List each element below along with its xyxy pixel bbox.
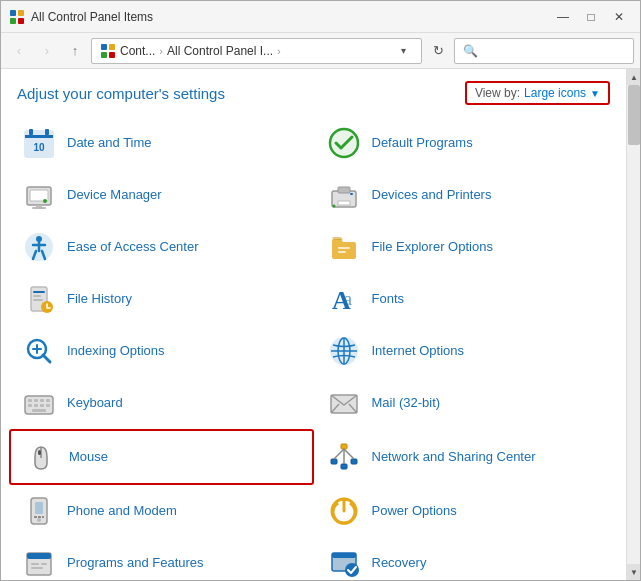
control-item-recovery[interactable]: Recovery <box>314 537 619 580</box>
control-item-programs-features[interactable]: Programs and Features <box>9 537 314 580</box>
scroll-down-button[interactable]: ▼ <box>627 564 640 580</box>
phone-modem-icon <box>21 493 57 529</box>
svg-line-62 <box>334 449 344 459</box>
svg-rect-10 <box>45 129 49 135</box>
svg-rect-9 <box>29 129 33 135</box>
ease-of-access-label: Ease of Access Center <box>67 239 199 256</box>
default-programs-label: Default Programs <box>372 135 473 152</box>
mail-label: Mail (32-bit) <box>372 395 441 412</box>
control-item-devices-printers[interactable]: Devices and Printers <box>314 169 619 221</box>
content-area: Adjust your computer's settings View by:… <box>1 69 640 580</box>
keyboard-label: Keyboard <box>67 395 123 412</box>
network-icon <box>326 439 362 475</box>
control-item-phone-modem[interactable]: Phone and Modem <box>9 485 314 537</box>
svg-rect-4 <box>101 44 107 50</box>
file-history-label: File History <box>67 291 132 308</box>
file-explorer-label: File Explorer Options <box>372 239 493 256</box>
svg-rect-18 <box>32 207 46 209</box>
control-item-default-programs[interactable]: Default Programs <box>314 117 619 169</box>
control-item-file-history[interactable]: File History <box>9 273 314 325</box>
control-item-file-explorer[interactable]: File Explorer Options <box>314 221 619 273</box>
svg-rect-51 <box>40 404 44 407</box>
control-item-indexing[interactable]: Indexing Options <box>9 325 314 377</box>
control-item-mail[interactable]: Mail (32-bit) <box>314 377 619 429</box>
svg-rect-49 <box>28 404 32 407</box>
fonts-label: Fonts <box>372 291 405 308</box>
svg-rect-64 <box>341 464 347 469</box>
back-button[interactable]: ‹ <box>7 39 31 63</box>
recovery-label: Recovery <box>372 555 427 572</box>
control-item-date-time[interactable]: 10 Date and Time <box>9 117 314 169</box>
address-bar: ‹ › ↑ Cont... › All Control Panel I... ›… <box>1 33 640 69</box>
svg-line-63 <box>344 449 354 459</box>
power-label: Power Options <box>372 503 457 520</box>
search-box[interactable]: 🔍 <box>454 38 634 64</box>
svg-rect-11 <box>25 135 53 138</box>
close-button[interactable]: ✕ <box>606 6 632 28</box>
svg-rect-30 <box>33 291 45 293</box>
date-time-label: Date and Time <box>67 135 152 152</box>
scroll-up-button[interactable]: ▲ <box>627 69 640 85</box>
svg-rect-53 <box>32 409 46 412</box>
programs-features-icon <box>21 545 57 580</box>
svg-rect-45 <box>28 399 32 402</box>
window-icon <box>9 9 25 25</box>
control-item-fonts[interactable]: A a Fonts <box>314 273 619 325</box>
svg-rect-52 <box>46 404 50 407</box>
svg-rect-31 <box>33 295 41 297</box>
svg-rect-75 <box>27 553 51 559</box>
svg-rect-48 <box>46 399 50 402</box>
svg-rect-32 <box>33 299 43 301</box>
page-title: Adjust your computer's settings <box>17 85 225 102</box>
svg-rect-22 <box>338 201 350 205</box>
up-button[interactable]: ↑ <box>63 39 87 63</box>
device-manager-icon <box>21 177 57 213</box>
address-box[interactable]: Cont... › All Control Panel I... › ▾ <box>91 38 422 64</box>
refresh-button[interactable]: ↻ <box>426 39 450 63</box>
minimize-button[interactable]: — <box>550 6 576 28</box>
mouse-icon <box>23 439 59 475</box>
forward-button[interactable]: › <box>35 39 59 63</box>
svg-rect-5 <box>109 44 115 50</box>
control-item-device-manager[interactable]: Device Manager <box>9 169 314 221</box>
maximize-button[interactable]: □ <box>578 6 604 28</box>
svg-rect-60 <box>331 459 337 464</box>
svg-rect-6 <box>101 52 107 58</box>
svg-rect-69 <box>34 516 37 518</box>
svg-rect-71 <box>42 516 44 518</box>
svg-rect-77 <box>31 567 43 569</box>
control-item-network[interactable]: Network and Sharing Center <box>314 429 619 485</box>
svg-rect-28 <box>338 251 346 253</box>
ease-of-access-icon <box>21 229 57 265</box>
scrollbar[interactable]: ▲ ▼ <box>626 69 640 580</box>
control-item-ease-of-access[interactable]: Ease of Access Center <box>9 221 314 273</box>
scroll-track[interactable] <box>627 85 640 564</box>
indexing-label: Indexing Options <box>67 343 165 360</box>
svg-point-24 <box>332 205 335 208</box>
svg-rect-7 <box>109 52 115 58</box>
svg-rect-78 <box>41 563 47 565</box>
svg-rect-2 <box>10 18 16 24</box>
view-by-container[interactable]: View by: Large icons ▼ <box>465 81 610 105</box>
view-by-label: View by: <box>475 86 520 100</box>
svg-point-19 <box>43 199 47 203</box>
breadcrumb-sep2: › <box>277 45 281 57</box>
breadcrumb-part2: All Control Panel I... <box>167 44 273 58</box>
control-item-internet-options[interactable]: Internet Options <box>314 325 619 377</box>
network-label: Network and Sharing Center <box>372 449 536 466</box>
svg-rect-61 <box>351 459 357 464</box>
svg-rect-67 <box>35 502 43 514</box>
svg-rect-0 <box>10 10 16 16</box>
date-time-icon: 10 <box>21 125 57 161</box>
control-item-mouse[interactable]: Mouse <box>9 429 314 485</box>
control-item-keyboard[interactable]: Keyboard <box>9 377 314 429</box>
control-item-power[interactable]: Power Options <box>314 485 619 537</box>
svg-rect-27 <box>338 247 350 249</box>
panel-header: Adjust your computer's settings View by:… <box>1 69 626 113</box>
window-controls: — □ ✕ <box>550 6 632 28</box>
scroll-thumb[interactable] <box>628 85 640 145</box>
address-dropdown-button[interactable]: ▾ <box>393 45 413 56</box>
keyboard-icon <box>21 385 57 421</box>
breadcrumb: Cont... › All Control Panel I... › <box>100 43 393 59</box>
breadcrumb-part1: Cont... <box>120 44 155 58</box>
